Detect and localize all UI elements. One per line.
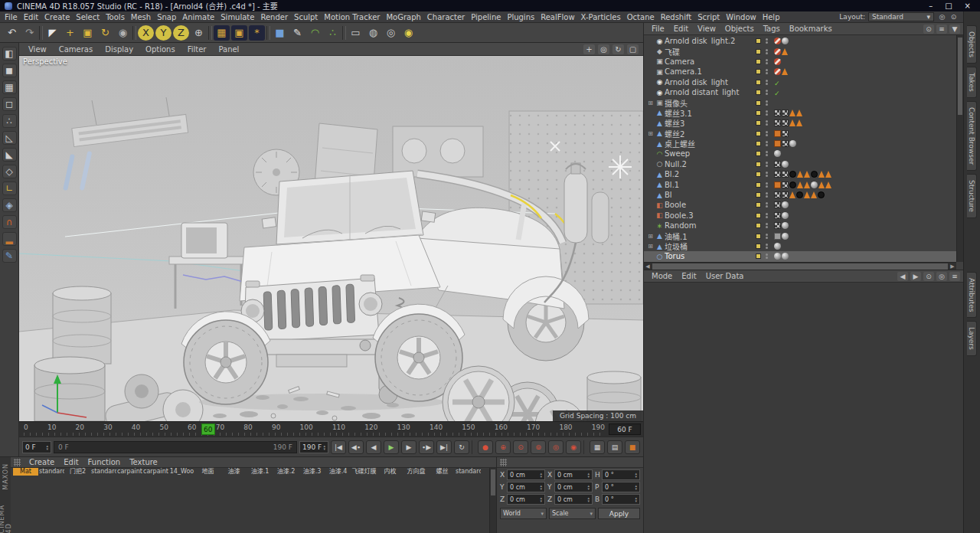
- checker-tag-icon[interactable]: [774, 119, 781, 126]
- materials-menu-item[interactable]: Texture: [125, 458, 162, 466]
- search-icon[interactable]: ◎: [937, 13, 947, 21]
- zoom-view-icon[interactable]: ◎: [598, 44, 609, 54]
- record-scale-button[interactable]: ⊙: [513, 440, 528, 454]
- tag-list[interactable]: [774, 161, 789, 168]
- filter-icon[interactable]: ≡: [936, 25, 947, 34]
- viewport-menu-item[interactable]: Display: [99, 45, 139, 54]
- layer-color-chip[interactable]: [756, 202, 761, 208]
- menu-item[interactable]: Animate: [179, 13, 217, 21]
- sphere-tag-icon[interactable]: [782, 233, 789, 240]
- tag-list[interactable]: [774, 48, 788, 55]
- history-forward-icon[interactable]: ▶: [910, 272, 921, 281]
- material-item[interactable]: 地面: [195, 468, 220, 476]
- timeline-ruler[interactable]: 0102030405060708090100110120130140150160…: [19, 421, 643, 437]
- viewport-menu-item[interactable]: Options: [139, 45, 181, 54]
- expand-toggle[interactable]: ⊞: [646, 233, 655, 240]
- layer-color-chip[interactable]: [756, 213, 761, 218]
- tweak-mode-icon[interactable]: ◇: [2, 165, 17, 178]
- checker-tag-icon[interactable]: [782, 130, 789, 137]
- current-frame-field[interactable]: 60 F: [609, 423, 641, 435]
- panel-grip-icon[interactable]: [500, 459, 507, 466]
- object-name[interactable]: Boole.3: [665, 211, 753, 220]
- checker-tag-icon[interactable]: [774, 171, 781, 178]
- visibility-dots[interactable]: [763, 141, 770, 146]
- tri-tag-icon[interactable]: [818, 171, 825, 178]
- object-name[interactable]: Bl: [665, 191, 753, 199]
- snap-magnet-icon[interactable]: ∩: [2, 215, 17, 229]
- object-name[interactable]: Camera: [665, 57, 753, 66]
- tri-tag-icon[interactable]: [796, 119, 802, 126]
- stepper-icon[interactable]: [323, 444, 325, 450]
- material-item[interactable]: 方向盘: [403, 468, 429, 476]
- panel-menu-icon[interactable]: ≡: [949, 272, 960, 281]
- layer-color-chip[interactable]: [756, 80, 761, 85]
- x-axis-lock-button[interactable]: X: [138, 25, 154, 41]
- tri-tag-icon[interactable]: [804, 171, 810, 178]
- expand-toggle[interactable]: ⊞: [646, 100, 655, 106]
- om-menu-item[interactable]: File: [647, 25, 669, 33]
- checker-tag-icon[interactable]: [782, 119, 789, 126]
- tri-tag-icon[interactable]: [782, 48, 788, 55]
- material-item[interactable]: standard: [39, 468, 64, 476]
- object-row[interactable]: ▲ 螺丝3.1: [644, 108, 956, 118]
- materials-menu-item[interactable]: Function: [83, 458, 126, 466]
- om-menu-item[interactable]: View: [693, 25, 720, 33]
- visibility-dots[interactable]: [763, 59, 770, 64]
- material-item[interactable]: [299, 476, 325, 484]
- maximize-button[interactable]: □: [945, 2, 952, 10]
- tag-list[interactable]: [774, 79, 781, 86]
- floor-icon[interactable]: ▭: [348, 25, 364, 41]
- layer-color-chip[interactable]: [756, 131, 761, 136]
- rotation-field[interactable]: 0 °: [602, 469, 640, 480]
- materials-menu-item[interactable]: Edit: [59, 458, 83, 466]
- layer-color-chip[interactable]: [756, 172, 761, 177]
- tag-list[interactable]: [774, 243, 781, 250]
- visibility-dots[interactable]: [763, 90, 770, 95]
- position-field[interactable]: 0 cm: [507, 482, 545, 492]
- menu-item[interactable]: Mesh: [128, 13, 154, 21]
- material-item[interactable]: 内枚: [377, 468, 403, 476]
- attr-menu-item[interactable]: User Data: [701, 272, 749, 280]
- object-row[interactable]: ◉ Arnold disk_light.2: [644, 36, 956, 46]
- tag-list[interactable]: [774, 222, 789, 229]
- tag-list[interactable]: [774, 233, 789, 240]
- material-item[interactable]: 油漆: [221, 468, 247, 476]
- record-rotation-button[interactable]: ⊚: [531, 440, 546, 454]
- checker-tag-icon[interactable]: [774, 201, 781, 208]
- om-menu-item[interactable]: Edit: [669, 25, 693, 33]
- menu-item[interactable]: Help: [760, 13, 783, 21]
- material-item[interactable]: [221, 476, 247, 484]
- paint-tool-icon[interactable]: ✎: [2, 249, 17, 263]
- close-button[interactable]: ×: [965, 2, 971, 10]
- orsq-tag-icon[interactable]: [774, 130, 781, 137]
- object-name[interactable]: 垃圾桶: [665, 240, 753, 252]
- sphere-tag-icon[interactable]: [811, 181, 818, 188]
- graysq-tag-icon[interactable]: [774, 233, 781, 240]
- tag-list[interactable]: [774, 212, 789, 219]
- tag-list[interactable]: [774, 110, 802, 116]
- sphere-tag-icon[interactable]: [774, 150, 781, 157]
- stepper-icon[interactable]: [635, 496, 637, 502]
- om-menu-item[interactable]: Tags: [759, 25, 785, 33]
- layout-dropdown[interactable]: Standard▾: [868, 12, 934, 21]
- layer-color-chip[interactable]: [756, 110, 761, 116]
- layer-color-chip[interactable]: [756, 141, 761, 146]
- menu-item[interactable]: Pipeline: [468, 13, 504, 21]
- object-row[interactable]: ▲ Bl.2: [644, 169, 956, 179]
- redo-icon[interactable]: ↷: [21, 25, 38, 41]
- position-field[interactable]: 0 cm: [507, 494, 545, 505]
- menu-item[interactable]: Script: [694, 13, 723, 21]
- panel-grip-icon[interactable]: [14, 459, 21, 466]
- sphere-tag-icon[interactable]: [774, 243, 781, 250]
- object-row[interactable]: ⊞ ▲ 油桶.1: [644, 231, 956, 240]
- menu-item[interactable]: X-Particles: [578, 13, 624, 21]
- no-tag-icon[interactable]: [774, 38, 781, 44]
- checker-tag-icon[interactable]: [774, 191, 781, 198]
- transport-divider[interactable]: [583, 440, 587, 454]
- add-cube-icon[interactable]: ■: [272, 25, 288, 41]
- menu-item[interactable]: Plugins: [504, 13, 537, 21]
- no-tag-icon[interactable]: [774, 68, 781, 75]
- checker-tag-icon[interactable]: [774, 161, 781, 168]
- om-vertical-scrollbar[interactable]: [956, 35, 963, 262]
- tri-tag-icon[interactable]: [818, 181, 825, 188]
